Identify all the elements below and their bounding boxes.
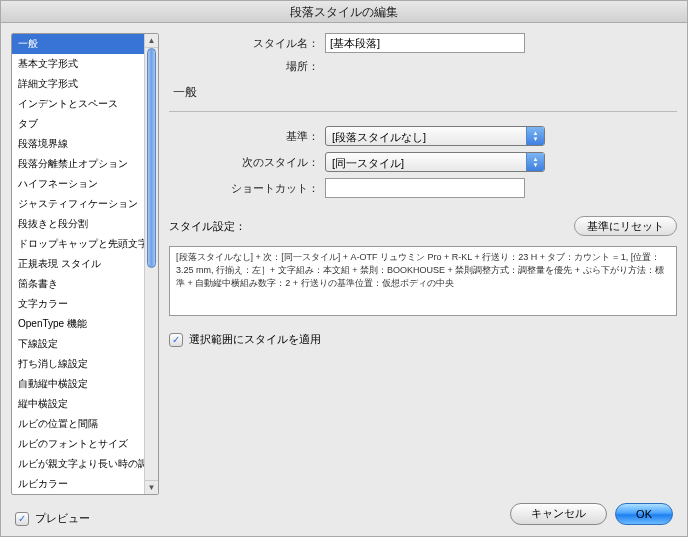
shortcut-label: ショートカット： xyxy=(169,181,319,196)
sidebar-item[interactable]: 段落境界線 xyxy=(12,134,144,154)
sidebar-item[interactable]: タブ xyxy=(12,114,144,134)
section-heading: 一般 xyxy=(173,84,677,101)
next-style-select[interactable]: [同一スタイル] ▲▼ xyxy=(325,152,545,172)
location-label: 場所： xyxy=(169,59,319,74)
sidebar-item[interactable]: ハイフネーション xyxy=(12,174,144,194)
sidebar-item[interactable]: ドロップキャップと先頭文字スタイル xyxy=(12,234,144,254)
next-style-label: 次のスタイル： xyxy=(169,155,319,170)
apply-to-selection-checkbox[interactable]: ✓ xyxy=(169,333,183,347)
sidebar-item[interactable]: ルビのフォントとサイズ xyxy=(12,434,144,454)
apply-to-selection-label: 選択範囲にスタイルを適用 xyxy=(189,332,321,347)
sidebar-item[interactable]: ルビの位置と間隔 xyxy=(12,414,144,434)
sidebar-item[interactable]: 基本文字形式 xyxy=(12,54,144,74)
sidebar-item[interactable]: 自動縦中横設定 xyxy=(12,374,144,394)
style-settings-text: [段落スタイルなし] + 次：[同一スタイル] + A-OTF リュウミン Pr… xyxy=(169,246,677,316)
sidebar-item[interactable]: 打ち消し線設定 xyxy=(12,354,144,374)
scroll-up-icon[interactable]: ▲ xyxy=(145,34,158,48)
reset-to-base-button[interactable]: 基準にリセット xyxy=(574,216,677,236)
sidebar-item[interactable]: OpenType 機能 xyxy=(12,314,144,334)
chevron-updown-icon: ▲▼ xyxy=(526,127,544,145)
chevron-updown-icon: ▲▼ xyxy=(526,153,544,171)
main-panel: スタイル名： 場所： 一般 基準： [段落スタイルなし] ▲▼ xyxy=(169,33,677,495)
preview-checkbox[interactable]: ✓ xyxy=(15,512,29,526)
sidebar-item[interactable]: 詳細文字形式 xyxy=(12,74,144,94)
sidebar-item[interactable]: 下線設定 xyxy=(12,334,144,354)
sidebar-item[interactable]: ジャスティフィケーション xyxy=(12,194,144,214)
category-list: 一般基本文字形式詳細文字形式インデントとスペースタブ段落境界線段落分離禁止オプシ… xyxy=(12,34,144,494)
style-name-label: スタイル名： xyxy=(169,36,319,51)
sidebar-item[interactable]: ルビが親文字より長い時の調整 xyxy=(12,454,144,474)
style-name-input[interactable] xyxy=(325,33,525,53)
sidebar-item[interactable]: 一般 xyxy=(12,34,144,54)
scroll-thumb[interactable] xyxy=(147,48,156,268)
sidebar-item[interactable]: 縦中横設定 xyxy=(12,394,144,414)
sidebar-item[interactable]: 段落分離禁止オプション xyxy=(12,154,144,174)
preview-label: プレビュー xyxy=(35,511,90,526)
base-select[interactable]: [段落スタイルなし] ▲▼ xyxy=(325,126,545,146)
section-divider xyxy=(169,111,677,112)
ok-button[interactable]: OK xyxy=(615,503,673,525)
category-sidebar: 一般基本文字形式詳細文字形式インデントとスペースタブ段落境界線段落分離禁止オプシ… xyxy=(11,33,159,495)
shortcut-input[interactable] xyxy=(325,178,525,198)
dialog-title: 段落スタイルの編集 xyxy=(1,1,687,23)
base-select-value: [段落スタイルなし] xyxy=(326,127,526,145)
base-label: 基準： xyxy=(169,129,319,144)
style-settings-label: スタイル設定： xyxy=(169,219,246,234)
sidebar-scrollbar[interactable]: ▲ ▼ xyxy=(144,34,158,494)
scroll-down-icon[interactable]: ▼ xyxy=(145,480,158,494)
sidebar-item[interactable]: 文字カラー xyxy=(12,294,144,314)
paragraph-style-edit-dialog: 段落スタイルの編集 一般基本文字形式詳細文字形式インデントとスペースタブ段落境界… xyxy=(0,0,688,537)
sidebar-item[interactable]: ルビカラー xyxy=(12,474,144,494)
cancel-button[interactable]: キャンセル xyxy=(510,503,607,525)
sidebar-item[interactable]: インデントとスペース xyxy=(12,94,144,114)
sidebar-item[interactable]: 箇条書き xyxy=(12,274,144,294)
dialog-footer: ✓ プレビュー キャンセル OK xyxy=(11,495,677,526)
next-style-select-value: [同一スタイル] xyxy=(326,153,526,171)
dialog-body: 一般基本文字形式詳細文字形式インデントとスペースタブ段落境界線段落分離禁止オプシ… xyxy=(1,23,687,536)
sidebar-item[interactable]: 段抜きと段分割 xyxy=(12,214,144,234)
sidebar-item[interactable]: 正規表現 スタイル xyxy=(12,254,144,274)
